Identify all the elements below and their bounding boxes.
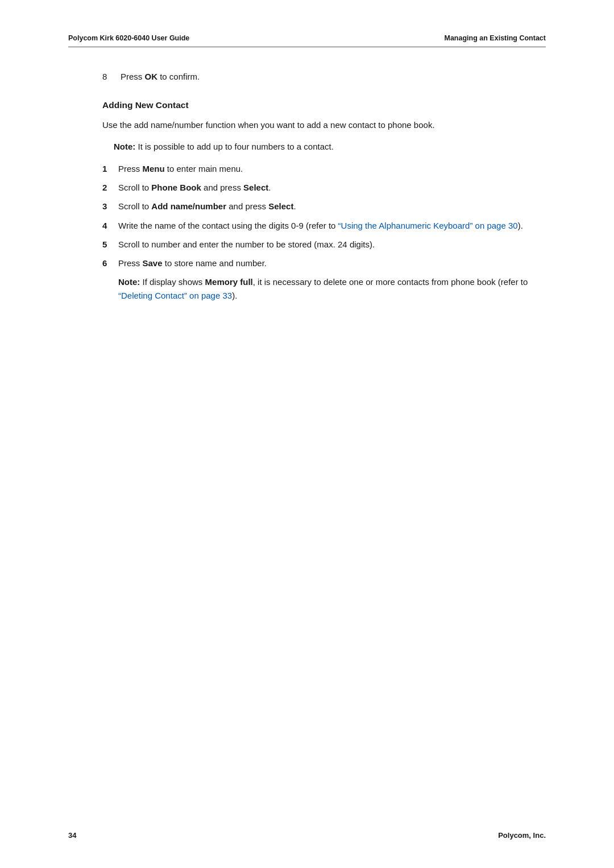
list-6-bold: Save <box>143 258 163 268</box>
list-3-bold2: Select <box>268 201 293 211</box>
intro-paragraph: Use the add name/number function when yo… <box>102 118 546 131</box>
list-num-6: 6 <box>102 257 118 270</box>
link-alphanumeric[interactable]: “Using the Alphanumeric Keyboard” on pag… <box>338 221 518 230</box>
list-num-2: 2 <box>102 181 118 194</box>
link-deleting-contact[interactable]: “Deleting Contact” on page 33 <box>118 291 232 300</box>
step-8-suffix: to confirm. <box>157 72 200 81</box>
note-1: Note: It is possible to add up to four n… <box>114 140 546 153</box>
list-item-3: 3 Scroll to Add name/number and press Se… <box>102 200 546 213</box>
numbered-list: 1 Press Menu to enter main menu. 2 Scrol… <box>102 162 546 270</box>
list-content-4: Write the name of the contact using the … <box>118 219 546 232</box>
footer-company: Polycom, Inc. <box>498 831 546 840</box>
list-item-6: 6 Press Save to store name and number. <box>102 257 546 270</box>
list-item-5: 5 Scroll to number and enter the number … <box>102 238 546 251</box>
note-1-text: It is possible to add up to four numbers… <box>135 142 334 151</box>
page-header: Polycom Kirk 6020-6040 User Guide Managi… <box>68 34 546 47</box>
note-2-label: Note: <box>118 277 140 287</box>
list-content-6: Press Save to store name and number. <box>118 257 546 270</box>
list-1-bold: Menu <box>143 164 165 173</box>
list-content-2: Scroll to Phone Book and press Select. <box>118 181 546 194</box>
list-item-1: 1 Press Menu to enter main menu. <box>102 162 546 175</box>
header-right: Managing an Existing Contact <box>445 34 546 42</box>
content-area: 8 Press OK to confirm. Adding New Contac… <box>68 70 546 302</box>
list-item-4: 4 Write the name of the contact using th… <box>102 219 546 232</box>
step-8: 8 Press OK to confirm. <box>102 70 546 83</box>
list-item-2: 2 Scroll to Phone Book and press Select. <box>102 181 546 194</box>
section-heading: Adding New Contact <box>102 100 546 110</box>
list-content-5: Scroll to number and enter the number to… <box>118 238 546 251</box>
list-num-4: 4 <box>102 219 118 232</box>
note-2: Note: If display shows Memory full, it i… <box>118 275 546 302</box>
list-num-3: 3 <box>102 200 118 213</box>
note-1-label: Note: <box>114 142 135 151</box>
list-2-bold2: Select <box>243 183 268 192</box>
footer-page-number: 34 <box>68 831 76 840</box>
list-content-3: Scroll to Add name/number and press Sele… <box>118 200 546 213</box>
list-num-5: 5 <box>102 238 118 251</box>
step-8-bold: OK <box>145 72 158 81</box>
page-footer: 34 Polycom, Inc. <box>68 831 546 840</box>
list-2-bold1: Phone Book <box>151 183 201 192</box>
note-2-bold: Memory full <box>205 277 253 287</box>
list-content-1: Press Menu to enter main menu. <box>118 162 546 175</box>
page-container: Polycom Kirk 6020-6040 User Guide Managi… <box>0 0 614 868</box>
list-num-1: 1 <box>102 162 118 175</box>
step-8-text: Press OK to confirm. <box>121 70 200 83</box>
list-3-bold1: Add name/number <box>151 201 226 211</box>
step-8-number: 8 <box>102 72 121 81</box>
header-left: Polycom Kirk 6020-6040 User Guide <box>68 34 189 42</box>
